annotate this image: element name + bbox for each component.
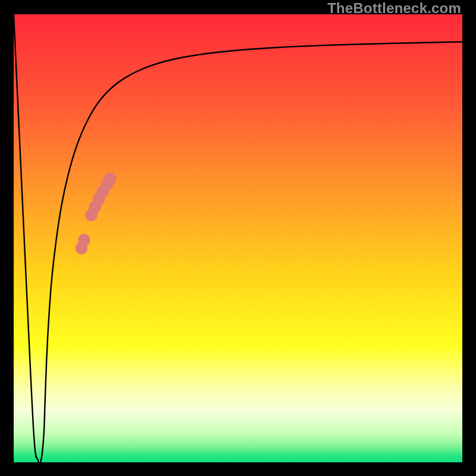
- highlight-dot: [78, 234, 90, 246]
- chart-svg: [14, 14, 462, 462]
- chart-frame: TheBottleneck.com: [0, 0, 476, 476]
- plot-area: [14, 14, 462, 462]
- watermark-text: TheBottleneck.com: [327, 0, 461, 17]
- highlight-dot: [104, 173, 117, 185]
